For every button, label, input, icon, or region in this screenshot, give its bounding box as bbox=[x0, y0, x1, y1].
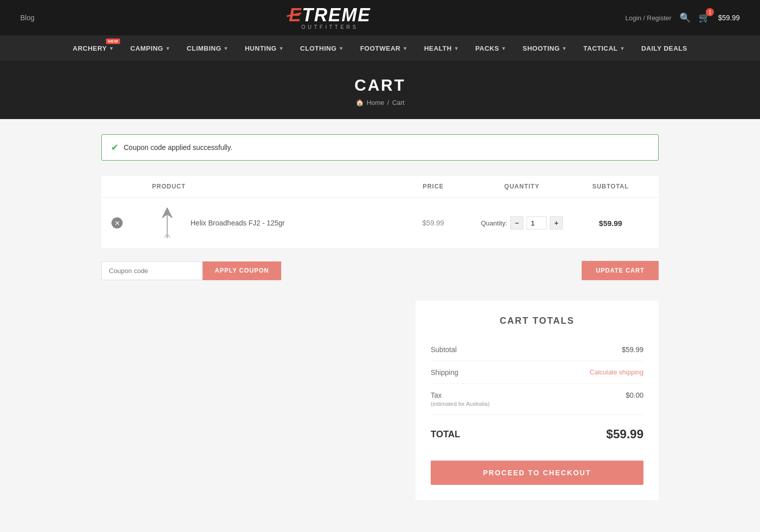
cart-total-display: $59.99 bbox=[718, 14, 740, 22]
cart-totals-box: CART TOTALS Subtotal $59.99 Shipping Cal… bbox=[415, 300, 659, 500]
tax-amount: $0.00 bbox=[626, 391, 643, 399]
quantity-decrease-button[interactable]: − bbox=[510, 216, 523, 230]
nav-label-shooting: SHOOTING bbox=[523, 45, 560, 52]
nav-item-packs[interactable]: PACKS ▼ bbox=[467, 35, 514, 61]
breadcrumb: 🏠 Home / Cart bbox=[0, 99, 760, 106]
price-cell: $59.99 bbox=[395, 219, 471, 227]
col-quantity: QUANTITY bbox=[471, 183, 573, 190]
svg-marker-3 bbox=[167, 233, 171, 238]
col-subtotal: SUBTOTAL bbox=[573, 183, 649, 190]
remove-cell: ✕ bbox=[111, 217, 152, 229]
search-icon[interactable]: 🔍 bbox=[679, 12, 691, 23]
total-row: TOTAL $59.99 bbox=[431, 418, 643, 450]
main-content: ✔ Coupon code applied successfully. PROD… bbox=[91, 134, 669, 500]
nav-badge-new: NEW bbox=[106, 39, 120, 44]
total-label: TOTAL bbox=[431, 429, 460, 440]
chevron-down-icon: ▼ bbox=[109, 46, 114, 51]
nav-item-archery[interactable]: ARCHERY NEW ▼ bbox=[65, 35, 123, 61]
blog-link[interactable]: Blog bbox=[20, 14, 34, 22]
coupon-input[interactable] bbox=[101, 261, 203, 280]
quantity-increase-button[interactable]: + bbox=[550, 216, 563, 230]
col-price: PRICE bbox=[395, 183, 471, 190]
checkout-btn-wrap: PROCEED TO CHECKOUT bbox=[431, 461, 643, 485]
chevron-down-icon: ▼ bbox=[402, 46, 407, 51]
remove-item-button[interactable]: ✕ bbox=[111, 217, 123, 229]
coupon-form: APPLY COUPON bbox=[101, 261, 281, 280]
col-remove bbox=[111, 183, 152, 190]
chevron-down-icon: ▼ bbox=[620, 46, 625, 51]
logo-e: E bbox=[289, 5, 302, 25]
chevron-down-icon: ▼ bbox=[279, 46, 284, 51]
breadcrumb-current: Cart bbox=[392, 99, 405, 106]
nav-label-packs: PACKS bbox=[475, 45, 499, 52]
nav-label-health: HEALTH bbox=[424, 45, 452, 52]
check-icon: ✔ bbox=[111, 142, 119, 153]
svg-marker-2 bbox=[164, 233, 167, 238]
total-amount: $59.99 bbox=[606, 427, 643, 441]
quantity-input[interactable] bbox=[526, 216, 547, 230]
cart-table-header: PRODUCT PRICE QUANTITY SUBTOTAL bbox=[101, 176, 659, 198]
product-price: $59.99 bbox=[423, 219, 444, 227]
logo-rest: TREME bbox=[302, 5, 371, 25]
nav-label-clothing: CLOTHING bbox=[300, 45, 336, 52]
product-name: Helix Broadheads FJ2 - 125gr bbox=[191, 219, 285, 227]
tax-note: (estimated for Australia) bbox=[431, 401, 489, 407]
nav-item-camping[interactable]: CAMPING ▼ bbox=[122, 35, 178, 61]
chevron-down-icon: ▼ bbox=[501, 46, 506, 51]
page-header: CART 🏠 Home / Cart bbox=[0, 61, 760, 119]
nav-item-hunting[interactable]: HUNTING ▼ bbox=[237, 35, 292, 61]
product-cell: Helix Broadheads FJ2 - 125gr bbox=[152, 208, 395, 238]
nav-item-tactical[interactable]: TACTICAL ▼ bbox=[575, 35, 633, 61]
logo: ETREME OUTFITTERS bbox=[34, 6, 625, 30]
shipping-row: Shipping Calculate shipping bbox=[431, 361, 643, 384]
quantity-cell: Quantity: − + bbox=[471, 216, 573, 230]
nav-item-footwear[interactable]: FOOTWEAR ▼ bbox=[352, 35, 416, 61]
page-title: CART bbox=[0, 76, 760, 95]
nav-item-shooting[interactable]: SHOOTING ▼ bbox=[515, 35, 576, 61]
subtotal-cell: $59.99 bbox=[573, 219, 649, 227]
broadhead-icon bbox=[155, 205, 180, 241]
top-bar: Blog ETREME OUTFITTERS Login / Register … bbox=[0, 0, 760, 35]
chevron-down-icon: ▼ bbox=[223, 46, 229, 51]
calculate-shipping-link[interactable]: Calculate shipping bbox=[590, 368, 643, 376]
proceed-to-checkout-button[interactable]: PROCEED TO CHECKOUT bbox=[431, 461, 643, 485]
nav-item-health[interactable]: HEALTH ▼ bbox=[416, 35, 467, 61]
nav-label-footwear: FOOTWEAR bbox=[360, 45, 401, 52]
cart-totals-section: CART TOTALS Subtotal $59.99 Shipping Cal… bbox=[101, 300, 659, 500]
cart-icon-wrap[interactable]: 🛒 1 bbox=[699, 12, 710, 23]
nav-item-daily-deals[interactable]: DAILY DEALS bbox=[633, 35, 696, 61]
nav-label-camping: CAMPING bbox=[130, 45, 163, 52]
nav-label-daily-deals: DAILY DEALS bbox=[641, 45, 688, 52]
alert-message: Coupon code applied successfully. bbox=[124, 143, 233, 151]
nav-label-hunting: HUNTING bbox=[245, 45, 277, 52]
nav-label-climbing: CLIMBING bbox=[187, 45, 221, 52]
cart-actions: APPLY COUPON UPDATE CART bbox=[101, 261, 659, 280]
chevron-down-icon: ▼ bbox=[454, 46, 459, 51]
chevron-down-icon: ▼ bbox=[338, 46, 344, 51]
nav-item-clothing[interactable]: CLOTHING ▼ bbox=[292, 35, 352, 61]
tax-row: Tax (estimated for Australia) $0.00 bbox=[431, 384, 643, 415]
col-product: PRODUCT bbox=[152, 183, 395, 190]
subtotal-row: Subtotal $59.99 bbox=[431, 338, 643, 361]
tax-label: Tax (estimated for Australia) bbox=[431, 391, 489, 407]
quantity-label: Quantity: bbox=[481, 219, 507, 227]
update-cart-button[interactable]: UPDATE CART bbox=[582, 261, 659, 280]
nav-item-climbing[interactable]: CLIMBING ▼ bbox=[179, 35, 237, 61]
breadcrumb-separator: / bbox=[387, 99, 389, 106]
subtotal-label: Subtotal bbox=[431, 346, 457, 354]
success-alert: ✔ Coupon code applied successfully. bbox=[101, 134, 659, 161]
cart-count-badge: 1 bbox=[706, 8, 714, 16]
main-navigation: ARCHERY NEW ▼ CAMPING ▼ CLIMBING ▼ HUNTI… bbox=[0, 35, 760, 61]
nav-label-archery: ARCHERY bbox=[73, 45, 107, 52]
login-register-link[interactable]: Login / Register bbox=[625, 14, 671, 22]
subtotal-value: $59.99 bbox=[599, 219, 622, 227]
chevron-down-icon: ▼ bbox=[562, 46, 567, 51]
subtotal-amount: $59.99 bbox=[622, 346, 643, 354]
nav-label-tactical: TACTICAL bbox=[583, 45, 618, 52]
breadcrumb-home[interactable]: Home bbox=[367, 99, 385, 106]
apply-coupon-button[interactable]: APPLY COUPON bbox=[203, 261, 281, 280]
cart-totals-title: CART TOTALS bbox=[431, 316, 643, 326]
shipping-label: Shipping bbox=[431, 368, 459, 376]
chevron-down-icon: ▼ bbox=[165, 46, 170, 51]
table-row: ✕ Helix Broadheads FJ2 - 125gr bbox=[101, 198, 659, 249]
